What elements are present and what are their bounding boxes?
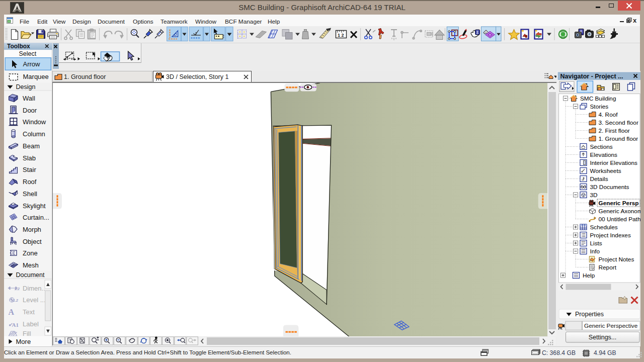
svg-text:Roof: Roof: [23, 178, 37, 186]
svg-text:Worksheets: Worksheets: [590, 167, 621, 174]
svg-text:Generic Axonom: Generic Axonom: [598, 208, 640, 215]
svg-text:Window: Window: [23, 118, 46, 126]
svg-text:Stories: Stories: [590, 103, 608, 110]
svg-text:SMC Building: SMC Building: [580, 95, 616, 102]
svg-text:4.94 GB: 4.94 GB: [594, 349, 616, 356]
svg-text:Help: Help: [583, 272, 595, 279]
svg-text:Generic Perspective: Generic Perspective: [584, 322, 638, 329]
svg-text:1 2: 1 2: [338, 33, 344, 38]
svg-text:Door: Door: [23, 107, 37, 114]
svg-text:Dimen...: Dimen...: [23, 285, 47, 292]
svg-text:Morph: Morph: [23, 226, 41, 233]
svg-text:Wall: Wall: [23, 95, 35, 102]
svg-text:Navigator - Project ...: Navigator - Project ...: [560, 72, 623, 79]
svg-text:Generic Persp: Generic Persp: [598, 200, 638, 207]
svg-text:Lists: Lists: [590, 240, 602, 247]
svg-text:4. Roof: 4. Roof: [598, 111, 618, 118]
svg-text:Beam: Beam: [23, 142, 40, 150]
svg-text:Project Notes: Project Notes: [598, 256, 634, 263]
svg-text:Report: Report: [598, 264, 616, 271]
svg-text:Schedules: Schedules: [590, 224, 617, 231]
svg-text:1.2: 1.2: [13, 298, 18, 303]
svg-text:3. Second floor: 3. Second floor: [598, 119, 638, 126]
svg-text:Curtain...: Curtain...: [23, 214, 49, 221]
svg-text:Label: Label: [23, 320, 39, 328]
svg-text:Interior Elevations: Interior Elevations: [590, 159, 637, 166]
svg-text:Design: Design: [16, 83, 35, 90]
svg-text:Project Indexes: Project Indexes: [590, 232, 630, 239]
svg-text:00 Untitled Path: 00 Untitled Path: [598, 216, 640, 223]
svg-text:Shell: Shell: [23, 190, 37, 198]
svg-text:Level ...: Level ...: [23, 296, 46, 304]
svg-text:Column: Column: [23, 130, 45, 138]
svg-text:Properties: Properties: [575, 310, 604, 317]
svg-text:3D Documents: 3D Documents: [590, 184, 629, 191]
svg-text:Elevations: Elevations: [590, 151, 617, 158]
svg-text:A: A: [8, 308, 14, 316]
svg-text:Document: Document: [16, 272, 44, 279]
svg-text:Arrow: Arrow: [23, 60, 40, 68]
svg-text:Select: Select: [19, 50, 36, 57]
svg-text:Settings...: Settings...: [588, 333, 616, 340]
svg-text:Stair: Stair: [23, 166, 36, 173]
svg-text:Zone: Zone: [23, 249, 38, 257]
svg-text:Info: Info: [590, 248, 600, 255]
svg-text:Slab: Slab: [23, 154, 36, 162]
svg-text:Object: Object: [23, 238, 42, 245]
svg-text:1. Ground floor: 1. Ground floor: [598, 135, 638, 142]
svg-text:Sections: Sections: [590, 143, 612, 150]
svg-text:C: 368.4 GB: C: 368.4 GB: [542, 349, 576, 356]
svg-text:3D: 3D: [590, 192, 597, 199]
svg-text:1.2: 1.2: [14, 287, 20, 291]
svg-text:Toolbox: Toolbox: [7, 43, 30, 50]
svg-text:Mesh: Mesh: [23, 261, 39, 269]
svg-text:2. First floor: 2. First floor: [598, 127, 629, 134]
svg-text:Marquee: Marquee: [23, 73, 48, 80]
svg-text:Text: Text: [23, 308, 35, 316]
svg-text:Details: Details: [590, 175, 608, 183]
svg-text:More: More: [16, 338, 31, 345]
svg-text:Skylight: Skylight: [23, 202, 46, 210]
svg-text:A1: A1: [12, 322, 18, 328]
